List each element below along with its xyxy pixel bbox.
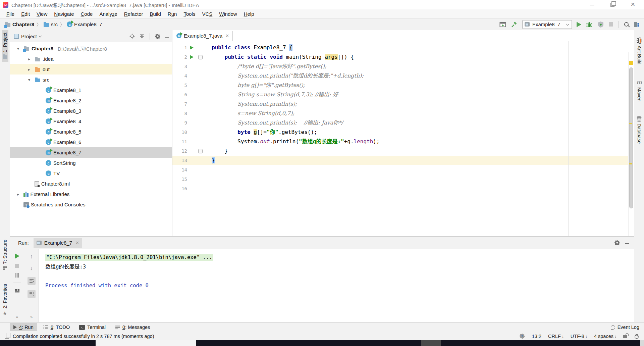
close-icon[interactable]: ✕ [75, 240, 79, 245]
stripe-tab-7-structure[interactable]: 7: Structure [2, 237, 8, 273]
stripe-tab-2-favorites[interactable]: 2: Favorites★ [2, 282, 8, 319]
menu-item-tools[interactable]: Tools [180, 10, 198, 18]
tree-item-example8-2[interactable]: cExample8_2 [10, 95, 172, 106]
indent-widget[interactable]: 4 spaces↕ [594, 334, 616, 339]
menu-item-window[interactable]: Window [216, 10, 240, 18]
tree-item-idea[interactable]: ▸.idea [10, 54, 172, 64]
menu-item-code[interactable]: Code [78, 10, 96, 18]
tree-chevron-right-icon[interactable]: ▸ [15, 192, 21, 197]
toolwindow-tab-terminal[interactable]: ›_Terminal [76, 323, 109, 331]
tree-item-out[interactable]: ▸out [10, 64, 172, 75]
code-line-10[interactable]: byte g[]="你".getBytes(); [207, 128, 634, 137]
run-button[interactable] [577, 22, 581, 27]
code-line-4[interactable]: System.out.println("数组d的长度是:"+d.length); [207, 71, 634, 81]
code-line-9[interactable]: System.out.println(s); //输出: Java你*/ [207, 118, 634, 128]
close-button[interactable]: ✕ [631, 3, 635, 7]
rerun-button[interactable] [15, 253, 19, 259]
project-structure-icon[interactable] [633, 21, 640, 28]
tree-chevron-right-icon[interactable]: ▸ [26, 57, 33, 61]
tree-item-example8-1[interactable]: cExample8_1 [10, 85, 172, 95]
code-line-14[interactable] [207, 165, 634, 175]
highlighting-level-icon[interactable] [634, 334, 639, 339]
editor-tab-example8-7[interactable]: c Example8_7.java ✕ [172, 31, 233, 41]
toolwindow-tab-0-messages[interactable]: 0: Messages [112, 323, 153, 331]
stop-button[interactable] [15, 264, 19, 268]
background-tasks-icon[interactable]: ? [520, 333, 525, 339]
error-stripe-mark[interactable] [629, 61, 633, 65]
tree-item-chapter8-iml[interactable]: Chapter8.iml [10, 179, 172, 189]
restore-layout-button[interactable] [14, 288, 20, 293]
tree-item-scratches-and-consoles[interactable]: »Scratches and Consoles [10, 199, 172, 210]
fold-marker-icon[interactable]: − [196, 55, 205, 59]
run-toolwindow-icon[interactable] [499, 21, 506, 28]
encoding-widget[interactable]: UTF-8↕ [571, 334, 587, 339]
code-line-11[interactable]: System.out.println("数组g的长度是:"+g.length); [207, 137, 634, 146]
menu-item-view[interactable]: View [34, 10, 50, 18]
code-line-16[interactable] [207, 184, 634, 193]
run-with-coverage-button[interactable] [597, 21, 604, 28]
menu-item-analyze[interactable]: Analyze [96, 10, 120, 18]
build-project-icon[interactable] [511, 21, 518, 28]
toolwindow-tab-6-todo[interactable]: 6: TODO [40, 323, 73, 331]
highlight-stripe-mark[interactable] [629, 123, 632, 124]
code-line-2[interactable]: public static void main(String args[]) { [207, 52, 634, 62]
caret-position[interactable]: 13:2 [532, 334, 541, 339]
code-line-7[interactable]: System.out.println(s); [207, 99, 634, 109]
code-line-3[interactable]: /*byte d[]="Java你好".getBytes(); [207, 62, 634, 71]
menu-item-build[interactable]: Build [147, 10, 164, 18]
collapse-all-icon[interactable] [139, 34, 145, 39]
tree-item-chapter8[interactable]: ▾Chapter8D:\Java练习\Chapter8 [10, 43, 172, 54]
code-line-6[interactable]: String s=new String(d,7,3); //输出: 好 [207, 90, 634, 99]
hide-panel-icon[interactable] [165, 35, 169, 38]
tree-item-example8-7[interactable]: cExample8_7 [10, 147, 172, 158]
soft-wrap-button[interactable] [28, 277, 36, 285]
menu-item-refactor[interactable]: Refactor [121, 10, 146, 18]
toolwindow-tab-4-run[interactable]: 4: Run [10, 323, 37, 331]
menu-item-vcs[interactable]: VCS [199, 10, 215, 18]
breadcrumb-item-chapter8[interactable]: Chapter8 [5, 21, 34, 27]
event-log-button[interactable]: Event Log [611, 325, 639, 330]
stripe-tab-maven[interactable]: mMaven [636, 77, 643, 104]
code-line-15[interactable] [207, 175, 634, 184]
select-opened-file-icon[interactable] [129, 34, 135, 39]
code-line-12[interactable]: } [207, 146, 634, 156]
tree-chevron-down-icon[interactable]: ▾ [15, 46, 21, 51]
code-line-1[interactable]: public class Example8_7 { [207, 43, 634, 52]
menu-item-edit[interactable]: Edit [18, 10, 33, 18]
down-stack-trace-icon[interactable]: ↓ [30, 265, 33, 272]
highlight-stripe-mark[interactable] [629, 163, 632, 164]
code-line-8[interactable]: s=new String(d,0,7); [207, 109, 634, 118]
more-actions-icon[interactable]: » [16, 314, 18, 319]
console-output[interactable]: "C:\Program Files\Java\jdk1.8.0_201\bin\… [39, 249, 634, 322]
tree-item-external-libraries[interactable]: ▸External Libraries [10, 189, 172, 199]
code-area[interactable]: public class Example8_7 { public static … [207, 41, 634, 236]
taskbar-segment[interactable] [421, 340, 441, 346]
code-line-13[interactable]: } [207, 156, 634, 165]
run-line-icon[interactable] [187, 55, 196, 59]
tree-item-src[interactable]: ▾src [10, 75, 172, 85]
menu-item-file[interactable]: File [3, 10, 17, 18]
scrollbar-thumb[interactable] [629, 67, 633, 208]
tree-item-example8-6[interactable]: cExample8_6 [10, 137, 172, 147]
gear-icon[interactable] [614, 240, 620, 245]
taskbar-app-segment[interactable] [96, 340, 196, 346]
up-stack-trace-icon[interactable]: ↑ [30, 253, 33, 260]
close-icon[interactable]: ✕ [225, 33, 229, 38]
menu-item-run[interactable]: Run [165, 10, 180, 18]
unlock-icon[interactable] [623, 335, 627, 338]
stripe-tab-1-project[interactable]: 1: Project [2, 30, 8, 62]
run-configuration-combo[interactable]: Example8_7 [522, 20, 572, 29]
menu-item-help[interactable]: Help [241, 10, 257, 18]
restore-button[interactable] [610, 3, 614, 7]
run-console-tab[interactable]: Example8_7 ✕ [34, 238, 82, 248]
pause-output-button[interactable] [15, 273, 19, 278]
menu-item-navigate[interactable]: Navigate [51, 10, 77, 18]
tree-item-example8-5[interactable]: cExample8_5 [10, 127, 172, 137]
chevron-down-icon[interactable] [39, 34, 41, 37]
minimize-button[interactable] [590, 3, 594, 5]
tree-item-example8-3[interactable]: cExample8_3 [10, 106, 172, 116]
stripe-tab-ant-build[interactable]: Ant Build [635, 35, 643, 67]
breadcrumb-item-example8-7[interactable]: cExample8_7 [67, 21, 102, 27]
stop-button[interactable] [609, 22, 613, 27]
search-everywhere-icon[interactable] [624, 22, 629, 27]
